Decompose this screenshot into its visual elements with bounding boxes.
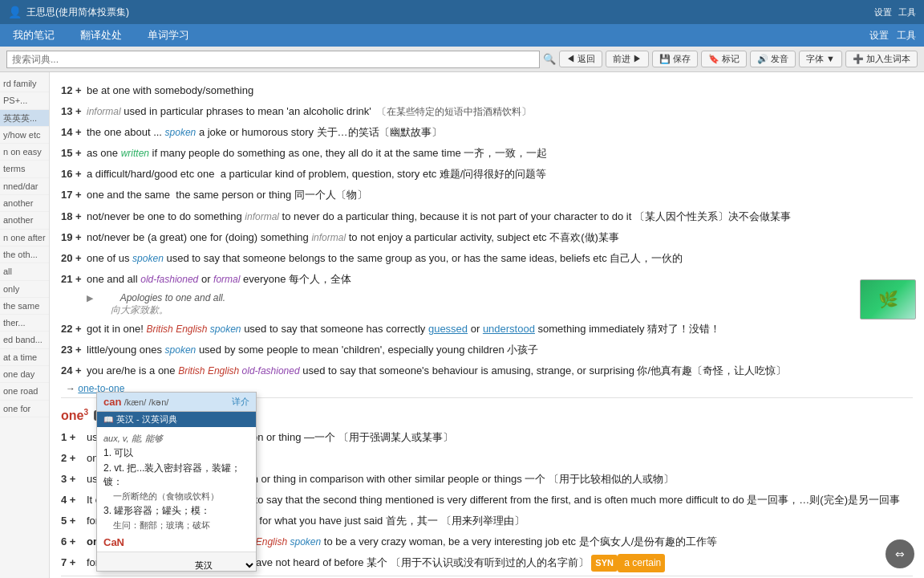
search-icon[interactable]: 🔍 [543,53,556,65]
tag-spoken-23: spoken [165,342,197,358]
entry-text-23: little/young ones [87,341,165,359]
entry-24: 24 + you are/he is a one British English… [61,362,913,380]
entry-text-22: got it in one! [87,320,146,338]
entry-23: 23 + little/young ones spoken used by so… [61,341,913,359]
popup-def-3b: 生问：翻部；玻璃；破坏 [103,519,249,531]
entry-12: 12 + be at one with somebody/something [61,82,913,100]
nav-tools[interactable]: 工具 [897,29,916,43]
user-icon: 👤 [8,6,22,18]
sidebar-item-19[interactable]: one for [0,401,49,417]
add-vocab-button[interactable]: ➕ 加入生词本 [845,51,918,67]
sidebar-item-17[interactable]: one day [0,366,49,383]
popup-can-label: CaN [103,536,249,548]
popup-pos: aux, v, 能, 能够 [103,433,249,445]
sec3-num-3: 3 + [61,470,87,488]
search-input[interactable] [6,51,540,68]
nav-notes[interactable]: 我的笔记 [8,26,59,44]
entry-def-21: everyone 每个人，全体 [240,271,351,288]
sec3-num-6: 6 + [61,533,87,551]
sec3-num-5: 5 + [61,512,87,530]
sec3-num-1: 1 + [61,429,87,446]
sidebar-item-0[interactable]: rd family [0,75,49,92]
entry-num-17: 17 + [61,186,87,204]
tools-link[interactable]: 工具 [898,6,916,18]
tag-oldfashioned-21: old-fashioned [140,271,198,287]
entry-text-21: one and all [87,271,140,288]
tag-formal-21: formal [213,271,240,287]
dict-icon: 📖 [103,415,113,424]
expand-icon: ⇔ [895,547,905,560]
entry-text-19: not/never be (a great) one for (doing) s… [87,229,311,246]
top-bar-left: 👤 王思思(使用简体投票集) [8,6,129,19]
entry-num-23: 23 + [61,341,87,359]
tag-informal-18: informal [245,209,279,225]
sec3-num-4: 4 + [61,491,87,509]
entry-text-14: the one about ... [87,124,165,141]
sidebar-item-6[interactable]: nned/dar [0,178,49,195]
entry-num-21: 21 + [61,271,87,288]
entry-num-22: 22 + [61,320,87,338]
popup-dictionary: can /kæn/ /kən/ 详介 📖 英汉 - 汉英词典 aux, v, 能… [96,392,257,572]
sec3-text-4c: used to say that the second thing mentio… [229,491,900,509]
entry-text-24: you are/he is a one [87,362,178,380]
entry-16: 16 + a difficult/hard/good etc one a par… [61,165,913,183]
popup-dropdown[interactable]: 英汉 汉英 [192,560,256,571]
sidebar-item-3[interactable]: y/how etc [0,127,49,144]
sidebar-item-8[interactable]: another [0,212,49,229]
entry-num-16: 16 + [61,165,87,183]
entry-num-24: 24 + [61,362,87,380]
popup-word: can [103,396,121,408]
green-image: 🌿 [860,279,916,320]
sidebar-item-1[interactable]: PS+... [0,92,49,109]
sidebar-item-7[interactable]: another [0,195,49,212]
entry-def-17: the same person or thing 同一个人〔物〕 [176,186,367,204]
sound-button[interactable]: 🔊 发音 [750,51,796,67]
font-button[interactable]: 字体 ▼ [799,51,842,67]
entry-def-24: used to say that someone's behaviour is … [300,362,786,380]
sidebar-item-16[interactable]: at a time [0,349,49,366]
entry-17: 17 + one and the same the same person or… [61,186,913,204]
entry-def-15: if many people do something as one, they… [149,144,547,162]
sidebar-item-10[interactable]: the oth... [0,246,49,263]
sidebar-item-12[interactable]: only [0,281,49,298]
entry-num-18: 18 + [61,208,87,226]
entry-num-12: 12 + [61,82,87,100]
sidebar-item-18[interactable]: one road [0,383,49,400]
top-user-name: 王思思(使用简体投票集) [26,6,129,19]
entry-19: 19 + not/never be (a great) one for (doi… [61,229,913,246]
popup-phonetics2: /kən/ [149,397,169,407]
sidebar: rd family PS+... 英英英... y/how etc n on e… [0,72,50,578]
entry-text-13: used in particular phrases to mean 'an a… [121,103,375,120]
bottom-right-widget[interactable]: ⇔ [886,539,914,568]
nav-settings[interactable]: 设置 [869,29,889,43]
settings-link[interactable]: 设置 [874,6,892,18]
sidebar-item-5[interactable]: terms [0,161,49,177]
nav-right: 设置 工具 [869,29,916,43]
sidebar-item-4[interactable]: n on easy [0,144,49,161]
entry-num-19: 19 + [61,229,87,246]
sec3-def-6: to be a very crazy woman, be a very inte… [321,533,717,551]
forward-button[interactable]: 前进 ▶ [606,51,649,67]
sidebar-item-2[interactable]: 英英英... [0,110,49,127]
sidebar-item-11[interactable]: all [0,263,49,280]
nav-vocab[interactable]: 单词学习 [143,26,194,44]
top-bar-right: 设置 工具 [874,6,916,18]
entry-def-18: to never do a particular thing, because … [279,208,791,226]
sidebar-item-15[interactable]: ed band... [0,332,49,348]
example-text-21: Apologies to one and all. [120,292,225,303]
sidebar-item-14[interactable]: ther... [0,315,49,332]
tag-oldfashioned-24: old-fashioned [239,363,299,379]
popup-detail-link[interactable]: 详介 [232,396,249,408]
popup-phonetics1: /kæn/ [124,397,147,407]
syn-badge-7: SYN [591,555,618,572]
tag-british-24: British English [178,363,239,379]
nav-translate[interactable]: 翻译处处 [75,26,127,44]
sidebar-item-9[interactable]: n one after [0,230,49,246]
popup-def-3: 3. 罐形容器；罐头；模： [103,504,249,518]
sidebar-item-13[interactable]: the same [0,298,49,315]
back-button[interactable]: ◀ 返回 [559,51,602,67]
tag-british-22: British English [146,321,207,337]
leaf-icon: 🌿 [878,290,898,309]
save-button[interactable]: 💾 保存 [652,51,698,67]
mark-button[interactable]: 🔖 标记 [701,51,747,67]
